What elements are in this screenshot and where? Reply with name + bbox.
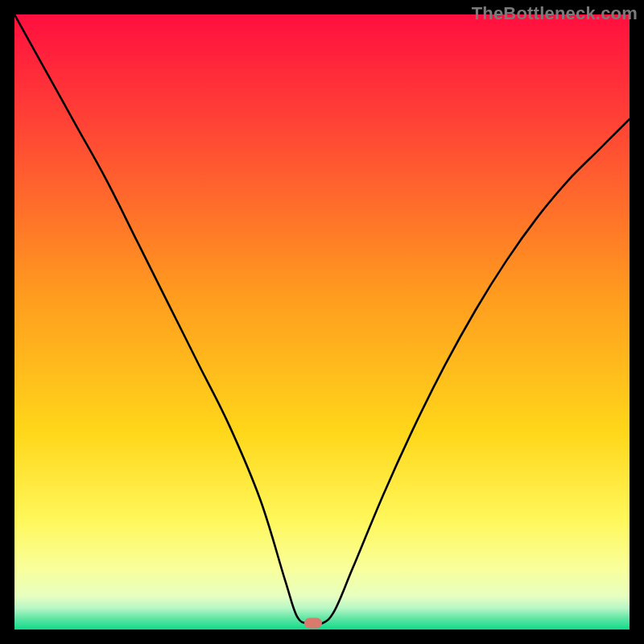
curve-layer — [14, 14, 630, 630]
chart-stage: TheBottleneck.com — [0, 0, 644, 644]
bottleneck-curve — [14, 14, 630, 625]
watermark-text: TheBottleneck.com — [472, 3, 638, 24]
plot-area — [14, 14, 630, 630]
optimum-marker — [304, 618, 322, 629]
